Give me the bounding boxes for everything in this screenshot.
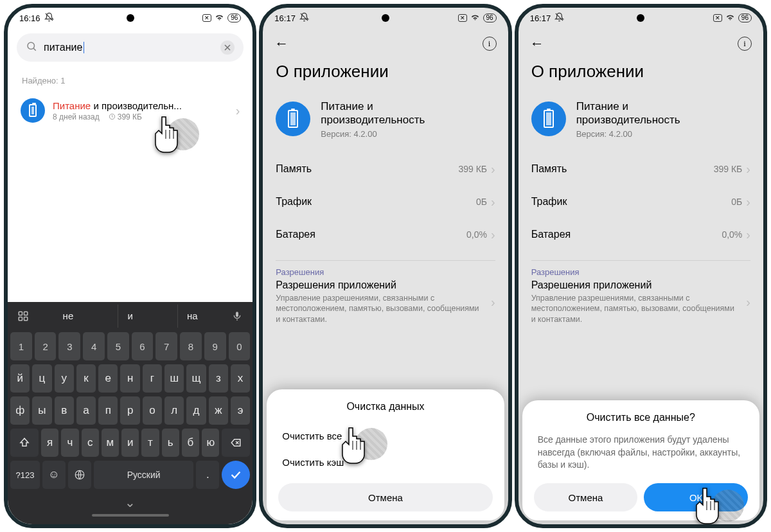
permissions-section-label: Разрешения bbox=[518, 267, 763, 277]
key[interactable]: с bbox=[82, 429, 99, 457]
key[interactable]: 0 bbox=[229, 332, 251, 360]
traffic-label: Трафик bbox=[276, 196, 312, 208]
key[interactable]: о bbox=[143, 396, 162, 425]
chevron-right-icon: › bbox=[746, 227, 750, 242]
key[interactable]: э bbox=[231, 396, 250, 425]
key[interactable]: т bbox=[141, 429, 159, 457]
storage-label: Память bbox=[276, 163, 312, 175]
app-permissions-row[interactable]: Разрешения приложений Управление разреше… bbox=[518, 277, 763, 332]
key[interactable]: ш bbox=[164, 364, 184, 393]
key[interactable]: й bbox=[10, 364, 30, 393]
key[interactable]: н bbox=[120, 364, 139, 393]
keyboard-tools-icon[interactable] bbox=[10, 305, 36, 328]
key[interactable]: к bbox=[76, 364, 96, 393]
clear-data-sheet: Очистка данных Очистить все Очистить кэш… bbox=[267, 389, 504, 520]
key[interactable]: ц bbox=[32, 364, 51, 393]
suggestion-word[interactable]: и bbox=[118, 305, 141, 328]
back-button[interactable]: ← bbox=[274, 35, 288, 52]
key[interactable]: щ bbox=[186, 364, 206, 393]
key[interactable]: 2 bbox=[35, 332, 57, 360]
app-icon bbox=[276, 102, 310, 136]
clear-cache-option[interactable]: Очистить кэш bbox=[278, 449, 492, 475]
camera-hole bbox=[382, 14, 389, 22]
phone-screen-3: 16:17 ✕ 96 ← i О приложении Питание и пр… bbox=[515, 4, 767, 528]
emoji-key[interactable]: ☺ bbox=[42, 461, 66, 489]
key[interactable]: е bbox=[98, 364, 118, 393]
key[interactable]: 5 bbox=[107, 332, 129, 360]
battery-row[interactable]: Батарея0,0%› bbox=[263, 218, 508, 251]
search-input[interactable]: питание bbox=[44, 42, 214, 53]
chevron-right-icon: › bbox=[746, 295, 750, 310]
enter-key[interactable] bbox=[222, 461, 250, 489]
key[interactable]: з bbox=[209, 364, 228, 393]
key[interactable]: г bbox=[143, 364, 162, 393]
page-title: О приложении bbox=[518, 59, 763, 93]
clear-search-button[interactable] bbox=[220, 40, 235, 55]
result-rest: и производительн... bbox=[91, 100, 182, 111]
keyboard-suggestion-bar: не и на bbox=[8, 302, 253, 330]
key[interactable]: 9 bbox=[204, 332, 226, 360]
traffic-row[interactable]: Трафик0Б› bbox=[263, 186, 508, 218]
info-button[interactable]: i bbox=[738, 37, 752, 51]
key[interactable]: я bbox=[41, 429, 58, 457]
svg-rect-10 bbox=[24, 312, 28, 315]
suggestion-word[interactable]: не bbox=[54, 305, 83, 328]
key[interactable]: п bbox=[98, 396, 118, 425]
backspace-key[interactable] bbox=[222, 429, 250, 457]
key[interactable]: ч bbox=[61, 429, 78, 457]
key[interactable]: и bbox=[121, 429, 139, 457]
spacebar-key[interactable]: Русский bbox=[94, 461, 193, 489]
chevron-right-icon: › bbox=[491, 227, 495, 242]
battery-row[interactable]: Батарея0,0%› bbox=[518, 218, 763, 251]
key[interactable]: ю bbox=[202, 429, 219, 457]
sheet-description: Все данные этого приложения будут удален… bbox=[534, 434, 748, 475]
search-result-row[interactable]: Питание и производительн... 8 дней назад… bbox=[17, 92, 244, 129]
key[interactable]: ы bbox=[32, 396, 51, 425]
key[interactable]: х bbox=[231, 364, 250, 393]
key[interactable]: 4 bbox=[83, 332, 105, 360]
app-permissions-row[interactable]: Разрешения приложений Управление разреше… bbox=[263, 277, 508, 332]
app-topbar: ← i bbox=[518, 28, 763, 59]
app-name-line1: Питание и bbox=[321, 100, 425, 113]
back-button[interactable]: ← bbox=[530, 35, 544, 52]
key[interactable]: л bbox=[164, 396, 184, 425]
chevron-right-icon: › bbox=[746, 162, 750, 177]
key[interactable]: ф bbox=[10, 396, 30, 425]
home-indicator[interactable] bbox=[92, 514, 169, 517]
info-button[interactable]: i bbox=[483, 37, 497, 51]
key[interactable]: у bbox=[55, 364, 74, 393]
battery-icon bbox=[288, 110, 298, 128]
microphone-icon[interactable] bbox=[224, 305, 250, 328]
hide-keyboard-button[interactable]: ⌄ bbox=[8, 491, 253, 510]
key[interactable]: 1 bbox=[10, 332, 32, 360]
key[interactable]: 6 bbox=[132, 332, 154, 360]
key[interactable]: р bbox=[120, 396, 139, 425]
svg-rect-9 bbox=[19, 312, 22, 315]
key[interactable]: а bbox=[76, 396, 96, 425]
language-key[interactable] bbox=[68, 461, 91, 489]
key[interactable]: в bbox=[55, 396, 74, 425]
on-screen-keyboard[interactable]: не и на 1 2 3 4 5 6 7 8 9 0 й ц у к е bbox=[8, 302, 253, 524]
key[interactable]: 7 bbox=[155, 332, 177, 360]
storage-row[interactable]: Память399 КБ› bbox=[263, 153, 508, 186]
symbols-key[interactable]: ?123 bbox=[10, 461, 40, 489]
search-bar[interactable]: питание bbox=[17, 33, 244, 62]
traffic-row[interactable]: Трафик0Б› bbox=[518, 186, 763, 218]
shift-key[interactable] bbox=[10, 429, 39, 457]
keyboard-indicator-icon: ✕ bbox=[202, 14, 211, 22]
cancel-button[interactable]: Отмена bbox=[278, 483, 492, 511]
period-key[interactable]: . bbox=[196, 461, 219, 489]
cancel-button[interactable]: Отмена bbox=[534, 483, 638, 511]
storage-row[interactable]: Память399 КБ› bbox=[518, 153, 763, 186]
suggestion-word[interactable]: на bbox=[177, 305, 207, 328]
result-size: 399 КБ bbox=[109, 112, 142, 121]
key[interactable]: ь bbox=[162, 429, 179, 457]
status-time: 16:17 bbox=[274, 13, 296, 23]
key[interactable]: 3 bbox=[58, 332, 80, 360]
key[interactable]: ж bbox=[209, 396, 228, 425]
watermark bbox=[712, 490, 744, 522]
key[interactable]: 8 bbox=[180, 332, 202, 360]
key[interactable]: д bbox=[186, 396, 206, 425]
key[interactable]: м bbox=[102, 429, 119, 457]
key[interactable]: б bbox=[182, 429, 199, 457]
